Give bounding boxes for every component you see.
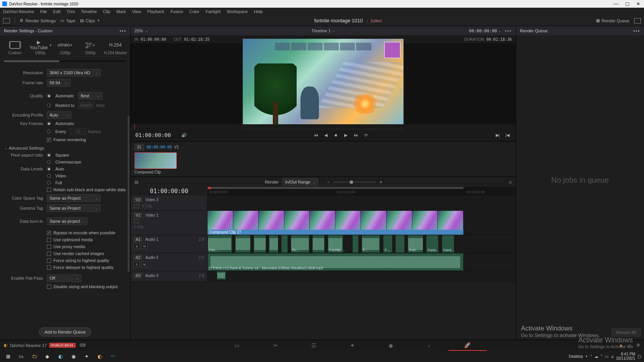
gamma-select[interactable]: Same as Project⌄	[47, 204, 101, 212]
timeline-ruler[interactable]: 01:00:00:00 01:01:14:00 01:02:29:00	[207, 187, 516, 195]
flatpass-select[interactable]: Off⌄	[47, 274, 81, 282]
audio-clip[interactable]	[395, 235, 405, 253]
keyboard-icon[interactable]: ⌨	[80, 343, 86, 348]
viewer-scrubber[interactable]	[131, 124, 516, 129]
page-color[interactable]: ◉	[372, 340, 410, 351]
menu-help[interactable]: Help	[254, 9, 263, 14]
page-fusion[interactable]: ✦	[333, 340, 372, 351]
onedrive-icon[interactable]: ☁	[594, 354, 598, 359]
bypass-checkbox[interactable]	[47, 231, 51, 235]
panel-menu-icon[interactable]: •••	[633, 28, 640, 33]
preset-custom[interactable]: Custom	[2, 39, 27, 57]
viewer[interactable]	[131, 43, 516, 124]
wifi-icon[interactable]: ⊿	[611, 354, 614, 359]
quality-select[interactable]: Best⌄	[78, 92, 103, 100]
page-edit[interactable]: ☲	[295, 340, 333, 351]
preset-h264[interactable]: H.264 H.264 Master	[103, 39, 128, 57]
menu-view[interactable]: View	[132, 9, 141, 14]
disablesize-checkbox[interactable]	[47, 285, 51, 289]
settings-icon[interactable]: ⚙	[636, 343, 640, 348]
last-frame-icon[interactable]: ⏭	[352, 132, 359, 138]
chrome-icon[interactable]: ◉	[67, 350, 80, 362]
taskbar-app-icon[interactable]: ◐	[54, 350, 67, 362]
home-icon[interactable]: ⌂	[628, 343, 631, 348]
menu-clip[interactable]: Clip	[103, 9, 110, 14]
page-media[interactable]: ▭	[218, 340, 256, 351]
tray-overflow-icon[interactable]: ˄	[590, 354, 592, 359]
mute-button[interactable]: M	[141, 262, 148, 267]
timeline-view-icon[interactable]: ▤	[134, 180, 138, 185]
timeline-name[interactable]: Timeline 1	[311, 28, 330, 33]
framerate-select[interactable]: 59.94⌄	[47, 79, 71, 87]
panel-menu-icon[interactable]: •••	[120, 28, 126, 33]
forcedebayer-checkbox[interactable]	[47, 265, 51, 270]
dl-video-radio[interactable]	[47, 174, 51, 178]
playhead[interactable]	[207, 187, 211, 190]
menu-workspace[interactable]: Workspace	[227, 9, 248, 14]
prev-clip-icon[interactable]: |◀	[504, 132, 511, 138]
chevron-down-icon[interactable]: ▼	[585, 355, 588, 358]
render-range-select[interactable]: In/Out Range⌄	[282, 178, 318, 186]
maximize-icon[interactable]: ▢	[625, 1, 629, 7]
chevron-down-icon[interactable]: ⌄	[498, 29, 501, 33]
menu-davinci[interactable]: DaVinci Resolve	[3, 9, 34, 14]
menu-fusion[interactable]: Fusion	[171, 9, 183, 14]
retain-checkbox[interactable]	[47, 188, 51, 192]
close-icon[interactable]: ✕	[636, 1, 640, 7]
preset-scrollbar[interactable]	[4, 60, 126, 62]
first-frame-icon[interactable]: ⏮	[312, 132, 319, 138]
clip-tab-num[interactable]: 01	[134, 144, 144, 150]
tape-button[interactable]: ▭ Tape	[60, 18, 75, 23]
minimize-icon[interactable]: —	[614, 1, 618, 7]
start-button[interactable]: ⊞	[2, 350, 15, 362]
track-enable-icon[interactable]	[134, 204, 139, 208]
chevron-down-icon[interactable]: ⌄	[332, 29, 335, 33]
menu-playback[interactable]: Playback	[147, 9, 164, 14]
page-cut[interactable]: ✂	[256, 340, 295, 351]
render-all-button[interactable]: Render All	[611, 328, 641, 337]
encoding-profile-select[interactable]: Auto⌄	[47, 111, 71, 119]
taskbar-app-icon[interactable]: ◐	[93, 350, 106, 362]
solo-button[interactable]: S	[134, 262, 140, 267]
preset-vimeo[interactable]: vimeo▼ 1080p	[53, 39, 78, 57]
rendercached-checkbox[interactable]	[47, 252, 51, 256]
explorer-icon[interactable]: 🗀	[28, 350, 41, 362]
clip-thumbnail[interactable]	[134, 152, 177, 169]
optmedia-checkbox[interactable]	[47, 238, 51, 242]
render-queue-button[interactable]: ▦ Render Queue	[596, 18, 629, 23]
quality-restrict-radio[interactable]	[47, 103, 51, 107]
volume-icon[interactable]: 🔊	[181, 132, 188, 138]
resolution-select[interactable]: 3840 x 2160 Ultra HD⌄	[47, 69, 101, 77]
proxy-checkbox[interactable]	[47, 245, 51, 249]
notifications-icon[interactable]: ▢	[637, 354, 641, 359]
dl-auto-radio[interactable]	[47, 167, 51, 171]
music-icon[interactable]: ♫	[509, 180, 512, 184]
audio-clip[interactable]: Forni…	[426, 235, 438, 253]
kf-auto-radio[interactable]	[47, 122, 51, 125]
menu-trim[interactable]: Trim	[66, 9, 75, 14]
warning-icon[interactable]: ▲	[619, 343, 623, 348]
menu-file[interactable]: File	[40, 9, 47, 14]
stop-icon[interactable]: ■	[332, 132, 339, 138]
viewer-menu-icon[interactable]: •••	[505, 28, 512, 33]
audio-clip[interactable]: Fo…	[291, 235, 309, 253]
play-icon[interactable]: ▶	[342, 132, 349, 138]
menu-color[interactable]: Color	[189, 9, 199, 14]
audio-clip[interactable]	[269, 235, 278, 253]
zoom-out-icon[interactable]: −	[327, 180, 330, 184]
audio-clip[interactable]	[217, 271, 226, 280]
mute-button[interactable]: M	[141, 244, 148, 249]
add-to-render-queue-button[interactable]: Add to Render Queue	[39, 327, 91, 337]
viewer-zoom-select[interactable]: 25%⌄	[134, 28, 148, 33]
tray-time[interactable]: 8:41 PM	[616, 352, 635, 356]
in-out-range[interactable]	[207, 187, 463, 189]
menu-timeline[interactable]: Timeline	[81, 9, 97, 14]
video-clip[interactable]: Compound Clip 27	[207, 211, 463, 235]
loop-icon[interactable]: ⟳	[362, 132, 369, 138]
desktop-label[interactable]: Desktop	[569, 354, 583, 359]
audio-clip[interactable]	[235, 235, 251, 253]
clips-button[interactable]: ▤ Clips ▼	[80, 18, 100, 23]
dl-full-radio[interactable]	[47, 181, 51, 185]
page-deliver[interactable]: 🚀	[448, 340, 487, 351]
audio-clip[interactable]	[352, 235, 359, 253]
